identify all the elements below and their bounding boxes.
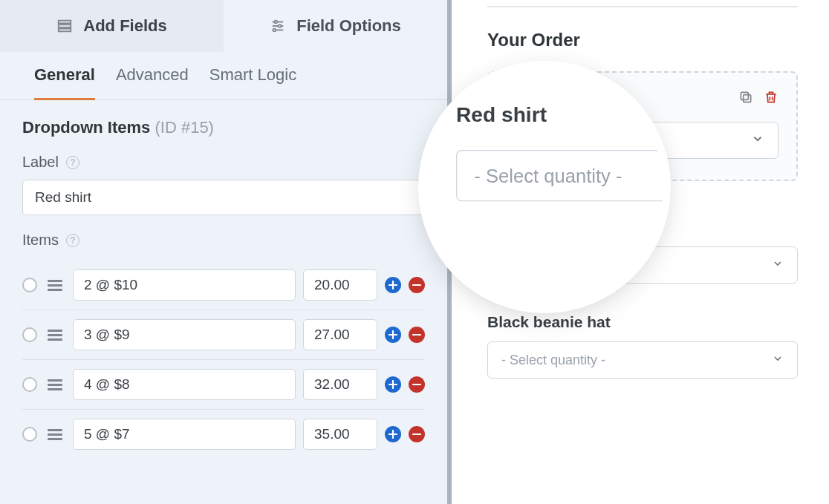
select-placeholder: - Select quantity -	[501, 353, 605, 368]
items-heading-text: Items	[22, 232, 59, 249]
add-item-button[interactable]	[385, 426, 401, 442]
item-row	[22, 310, 425, 360]
remove-item-button[interactable]	[409, 376, 425, 393]
label-input[interactable]	[22, 180, 425, 215]
section-title-text: Dropdown Items	[22, 118, 150, 137]
item-price-input[interactable]	[303, 369, 377, 400]
tab-add-fields[interactable]: Add Fields	[0, 0, 224, 52]
svg-point-4	[275, 21, 278, 24]
default-radio[interactable]	[22, 278, 37, 292]
item-row	[22, 261, 425, 310]
label-heading: Label ?	[22, 154, 425, 171]
default-radio[interactable]	[22, 427, 37, 442]
field-card-title: Red shirt	[507, 89, 577, 108]
divider	[487, 6, 798, 7]
chevron-down-icon	[772, 258, 784, 272]
item-price-input[interactable]	[303, 419, 377, 450]
sliders-icon	[270, 18, 286, 34]
help-icon[interactable]: ?	[66, 156, 79, 169]
tab-add-fields-label: Add Fields	[83, 16, 166, 36]
remove-item-button[interactable]	[409, 277, 425, 293]
tab-field-options[interactable]: Field Options	[224, 0, 447, 52]
top-tabs: Add Fields Field Options	[0, 0, 447, 52]
chevron-down-icon	[751, 132, 764, 148]
preview-field[interactable]: Black beanie hat - Select quantity -	[487, 313, 798, 379]
remove-item-button[interactable]	[409, 327, 425, 343]
quantity-select[interactable]: - Select quantity -	[487, 246, 798, 284]
section-id: (ID #15)	[155, 118, 213, 137]
label-heading-text: Label	[22, 154, 59, 171]
drag-handle-icon[interactable]	[45, 429, 65, 440]
svg-rect-10	[741, 92, 748, 99]
builder-sidebar: Add Fields Field Options General Advance…	[0, 0, 452, 504]
item-row	[22, 360, 425, 410]
default-radio[interactable]	[22, 377, 37, 392]
add-fields-icon	[56, 18, 73, 34]
items-heading: Items ?	[22, 232, 425, 249]
remove-item-button[interactable]	[409, 426, 425, 442]
subtab-general[interactable]: General	[34, 65, 95, 100]
tab-field-options-label: Field Options	[296, 16, 401, 36]
trash-icon[interactable]	[764, 90, 778, 108]
item-label-input[interactable]	[73, 419, 296, 450]
preview-field[interactable]: - Select quantity -	[487, 246, 798, 284]
svg-point-6	[279, 24, 282, 27]
subtab-advanced[interactable]: Advanced	[116, 65, 189, 100]
drag-handle-icon[interactable]	[45, 330, 65, 341]
item-row	[22, 410, 425, 459]
drag-handle-icon[interactable]	[45, 379, 65, 390]
order-heading: Your Order	[487, 30, 798, 50]
chevron-down-icon	[772, 353, 784, 367]
sub-tabs: General Advanced Smart Logic	[0, 52, 447, 100]
select-placeholder: - Select quantity -	[521, 132, 637, 149]
svg-rect-2	[59, 29, 71, 32]
add-item-button[interactable]	[385, 327, 401, 343]
item-price-input[interactable]	[303, 319, 377, 350]
svg-rect-0	[59, 21, 71, 24]
preview-field-title: Black beanie hat	[487, 313, 798, 331]
select-placeholder: - Select quantity -	[501, 258, 605, 273]
help-icon[interactable]: ?	[66, 234, 79, 247]
svg-point-8	[273, 29, 276, 32]
drag-handle-icon[interactable]	[45, 280, 65, 291]
quantity-select[interactable]: - Select quantity -	[507, 122, 778, 159]
form-preview: Your Order Red shirt - Select quantity -	[452, 0, 829, 504]
item-label-input[interactable]	[73, 319, 296, 350]
default-radio[interactable]	[22, 327, 37, 342]
subtab-smart-logic[interactable]: Smart Logic	[209, 65, 296, 100]
item-label-input[interactable]	[73, 369, 296, 400]
items-list	[22, 261, 425, 459]
quantity-select[interactable]: - Select quantity -	[487, 341, 798, 379]
item-price-input[interactable]	[303, 269, 377, 301]
svg-rect-9	[744, 95, 751, 102]
svg-rect-1	[59, 24, 71, 27]
add-item-button[interactable]	[385, 277, 401, 293]
item-label-input[interactable]	[73, 269, 296, 301]
options-panel: Dropdown Items (ID #15) Label ? Items ?	[0, 100, 447, 504]
section-title: Dropdown Items (ID #15)	[22, 118, 425, 137]
duplicate-icon[interactable]	[738, 90, 753, 108]
selected-field-card[interactable]: Red shirt - Select quantity -	[487, 71, 798, 181]
add-item-button[interactable]	[385, 376, 401, 393]
